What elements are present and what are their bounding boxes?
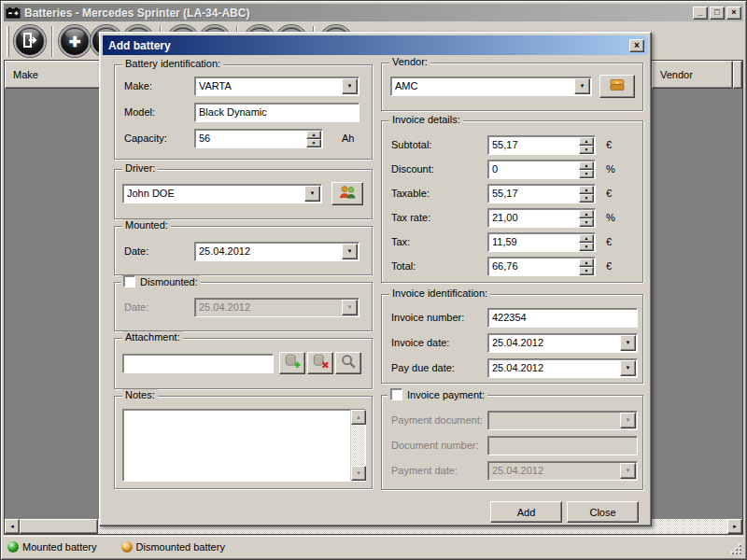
dismounted-checkbox[interactable] xyxy=(123,275,135,287)
spin-up-icon[interactable]: ▲ xyxy=(579,186,594,194)
maximize-button[interactable]: □ xyxy=(710,7,725,20)
dropdown-arrow-icon[interactable]: ▼ xyxy=(342,244,358,259)
group-attachment: Attachment: xyxy=(114,338,373,389)
model-label: Model: xyxy=(124,103,155,122)
discount-stepper[interactable]: 0 ▲▼ xyxy=(487,160,596,179)
dropdown-arrow-icon[interactable]: ▼ xyxy=(620,360,636,376)
spin-up-icon[interactable]: ▲ xyxy=(579,137,594,146)
add-button[interactable]: Add xyxy=(490,501,562,523)
dropdown-arrow-icon[interactable]: ▼ xyxy=(574,78,590,94)
payment-date-select: 25.04.2012 ▼ xyxy=(487,461,638,481)
toolbar-grip[interactable] xyxy=(7,26,9,57)
pay-due-date-select[interactable]: 25.04.2012 ▼ xyxy=(487,358,638,378)
dialog-close-button[interactable]: × xyxy=(629,39,644,52)
scroll-down-button[interactable]: ▼ xyxy=(351,466,366,481)
group-legend: Notes: xyxy=(122,389,158,400)
attachment-remove-button[interactable] xyxy=(307,352,333,374)
group-legend: Vendor: xyxy=(389,56,430,67)
capacity-unit: Ah xyxy=(342,129,354,148)
people-icon xyxy=(338,185,357,203)
discount-unit: % xyxy=(606,160,615,179)
tax-rate-stepper[interactable]: 21,00 ▲▼ xyxy=(487,208,596,228)
group-battery-identification: Battery identification: Make: VARTA ▼ Mo… xyxy=(114,64,373,160)
dropdown-arrow-icon[interactable]: ▼ xyxy=(620,335,636,351)
subtotal-unit: € xyxy=(606,135,612,155)
payment-document-select: ▼ xyxy=(487,411,638,430)
taxable-stepper[interactable]: 55,17 ▲▼ xyxy=(487,184,596,203)
invoice-date-select[interactable]: 25.04.2012 ▼ xyxy=(487,333,638,353)
invoice-payment-legend: Invoice payment: xyxy=(407,389,485,400)
make-select[interactable]: VARTA ▼ xyxy=(194,77,359,96)
spin-down-icon[interactable]: ▼ xyxy=(306,139,321,147)
mounted-date-select[interactable]: 25.04.2012 ▼ xyxy=(194,242,359,261)
spin-down-icon[interactable]: ▼ xyxy=(579,267,594,275)
spin-up-icon[interactable]: ▲ xyxy=(579,210,594,218)
scroll-up-button[interactable]: ▲ xyxy=(351,410,366,425)
column-header-make[interactable]: Make xyxy=(5,61,102,89)
dismounted-legend: Dismounted: xyxy=(140,276,198,287)
magnifier-icon xyxy=(340,353,357,373)
resize-grip[interactable] xyxy=(729,542,741,554)
group-legend: Mounted: xyxy=(122,219,171,231)
dropdown-arrow-icon[interactable]: ▼ xyxy=(304,186,320,202)
dropdown-arrow-icon[interactable]: ▼ xyxy=(342,78,358,94)
statusbar: Mounted battery Dismounted battery xyxy=(4,536,743,556)
invoice-number-label: Invoice number: xyxy=(391,308,464,328)
tax-stepper[interactable]: 11,59 ▲▼ xyxy=(487,232,596,252)
attachment-add-button[interactable] xyxy=(279,352,305,374)
notes-scrollbar: ▲ ▼ xyxy=(350,410,365,481)
spin-down-icon[interactable]: ▼ xyxy=(579,170,594,178)
total-stepper[interactable]: 66,76 ▲▼ xyxy=(487,257,596,276)
group-invoice-identification: Invoice identification: Invoice number: … xyxy=(381,294,643,384)
spin-up-icon[interactable]: ▲ xyxy=(579,234,594,243)
group-vendor: Vendor: AMC ▼ xyxy=(381,63,643,111)
group-invoice-payment: Invoice payment: Payment document: ▼ Doc… xyxy=(381,395,643,490)
spin-down-icon[interactable]: ▼ xyxy=(579,194,594,203)
spin-down-icon[interactable]: ▼ xyxy=(579,243,594,251)
notes-textarea[interactable]: ▲ ▼ xyxy=(122,409,366,482)
exit-button[interactable] xyxy=(14,25,46,57)
capacity-label: Capacity: xyxy=(124,129,167,148)
spin-down-icon[interactable]: ▼ xyxy=(579,146,594,154)
scroll-right-button[interactable]: ► xyxy=(727,519,742,534)
group-driver: Driver: John DOE ▼ xyxy=(114,169,373,219)
scroll-track[interactable] xyxy=(351,425,365,466)
vendor-box-icon xyxy=(608,77,627,96)
total-unit: € xyxy=(606,257,612,276)
payment-date-label: Payment date: xyxy=(391,461,458,481)
spin-up-icon[interactable]: ▲ xyxy=(579,161,594,170)
invoice-payment-checkbox[interactable] xyxy=(390,388,402,400)
driver-select[interactable]: John DOE ▼ xyxy=(122,184,322,203)
minimize-button[interactable]: _ xyxy=(693,7,708,20)
tax-rate-unit: % xyxy=(606,208,615,228)
attachment-path-input[interactable] xyxy=(122,354,274,373)
attachment-view-button[interactable] xyxy=(335,352,361,374)
add-battery-button[interactable]: ✚ xyxy=(59,25,91,57)
battery-icon xyxy=(6,7,21,19)
dropdown-arrow-icon: ▼ xyxy=(620,463,636,479)
make-label: Make: xyxy=(124,77,152,96)
scroll-thumb[interactable] xyxy=(20,519,98,534)
spin-up-icon[interactable]: ▲ xyxy=(579,259,594,267)
capacity-stepper[interactable]: 56 ▲▼ xyxy=(194,129,323,148)
dismounted-date-select: 25.04.2012 ▼ xyxy=(194,298,359,317)
vendor-select[interactable]: AMC ▼ xyxy=(390,77,592,96)
subtotal-label: Subtotal: xyxy=(391,135,431,155)
invoice-number-input[interactable]: 422354 xyxy=(487,308,638,328)
window-title: Batteries - Mercedes Sprinter (LA-34-ABC… xyxy=(24,7,693,20)
close-button[interactable]: × xyxy=(726,7,741,20)
scroll-left-button[interactable]: ◄ xyxy=(5,519,20,534)
column-header-end xyxy=(733,61,742,89)
spin-down-icon[interactable]: ▼ xyxy=(579,218,594,227)
payment-document-label: Payment document: xyxy=(391,411,483,430)
tax-rate-label: Tax rate: xyxy=(391,208,430,228)
model-input[interactable]: Black Dynamic xyxy=(194,103,359,122)
group-legend: Battery identification: xyxy=(122,58,223,69)
vendors-button[interactable] xyxy=(599,75,635,98)
drivers-button[interactable] xyxy=(331,182,363,205)
spin-up-icon[interactable]: ▲ xyxy=(306,131,321,139)
dialog-close-action-button[interactable]: Close xyxy=(567,501,639,523)
toolbar-separator xyxy=(51,26,53,57)
subtotal-stepper[interactable]: 55,17 ▲▼ xyxy=(487,135,596,155)
column-header-vendor[interactable]: Vendor xyxy=(652,61,733,89)
